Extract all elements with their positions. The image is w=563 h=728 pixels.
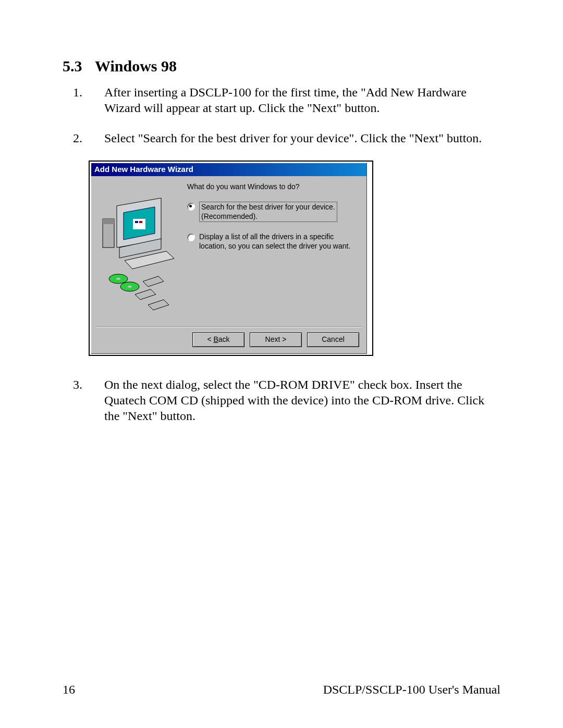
radio-label-selected: Search for the best driver for your devi… (199, 202, 337, 222)
dialog-sidebar-image (99, 182, 182, 323)
svg-marker-13 (143, 276, 164, 287)
add-new-hardware-wizard-dialog: Add New Hardware Wizard (91, 163, 367, 354)
svg-marker-14 (135, 289, 156, 300)
dialog-prompt: What do you want Windows to do? (187, 182, 359, 192)
section-heading: 5.3 Windows 98 (63, 57, 500, 75)
radio-icon (187, 203, 195, 211)
section-title-text: Windows 98 (95, 57, 177, 75)
cancel-button[interactable]: Cancel (307, 332, 359, 347)
svg-rect-4 (133, 219, 145, 229)
radio-option-search-best-driver[interactable]: Search for the best driver for your devi… (187, 202, 359, 222)
dialog-screenshot: Add New Hardware Wizard (89, 161, 373, 356)
svg-rect-5 (135, 221, 138, 223)
svg-rect-6 (139, 221, 142, 223)
step-2: 2. Select "Search for the best driver fo… (63, 130, 500, 146)
radio-option-display-list[interactable]: Display a list of all the drivers in a s… (187, 232, 359, 251)
radio-label: Display a list of all the drivers in a s… (199, 232, 359, 251)
step-3: 3. On the next dialog, select the "CD-RO… (63, 377, 500, 424)
step-text: On the next dialog, select the "CD-ROM D… (104, 377, 500, 424)
step-1: 1. After inserting a DSCLP-100 for the f… (63, 84, 500, 116)
step-text: After inserting a DSCLP-100 for the firs… (104, 84, 500, 116)
step-number: 2. (63, 130, 104, 146)
svg-marker-15 (148, 300, 169, 310)
next-button[interactable]: Next > (250, 332, 302, 347)
step-text: Select "Search for the best driver for y… (104, 130, 500, 146)
svg-point-10 (116, 278, 120, 280)
section-number: 5.3 (63, 57, 91, 75)
svg-rect-1 (103, 219, 114, 224)
radio-icon (187, 233, 195, 241)
svg-point-12 (128, 286, 132, 288)
dialog-titlebar: Add New Hardware Wizard (91, 163, 366, 176)
step-number: 1. (63, 84, 104, 116)
page-number: 16 (63, 683, 75, 697)
document-title-footer: DSCLP/SSCLP-100 User's Manual (323, 683, 500, 697)
step-number: 3. (63, 377, 104, 424)
back-button[interactable]: < Back (192, 332, 244, 347)
